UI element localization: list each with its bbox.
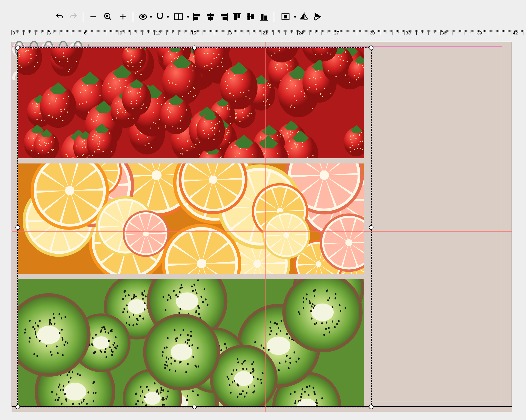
svg-point-762 [234,75,235,76]
svg-point-1272 [345,75,346,76]
svg-point-1540 [136,103,137,104]
svg-point-2055 [197,394,199,396]
svg-point-1856 [295,400,296,402]
align-left-button[interactable] [191,11,203,22]
svg-point-1536 [137,93,138,94]
svg-point-1244 [93,121,94,122]
svg-point-2190 [180,308,181,310]
ruler-horizontal[interactable]: 03691215182124273033363942 [0,30,526,38]
svg-point-1610 [206,65,207,66]
chevron-down-icon[interactable]: ▾ [150,14,152,20]
svg-point-775 [191,146,192,147]
center-page-button[interactable] [278,11,293,22]
svg-point-1041 [130,60,131,61]
svg-point-1999 [111,349,112,351]
svg-point-2376 [230,391,231,394]
svg-point-1198 [315,71,316,72]
svg-point-1518 [169,82,170,83]
canvas[interactable] [12,42,512,412]
svg-point-1534 [127,87,128,88]
redo-button[interactable] [67,11,79,22]
svg-point-1265 [345,51,346,52]
svg-point-1467 [350,135,351,136]
align-top-button[interactable] [231,11,243,22]
align-bottom-button[interactable] [258,11,270,22]
svg-point-2322 [135,403,137,405]
svg-point-1143 [137,134,138,135]
svg-point-2200 [191,285,193,287]
pages-button[interactable] [171,11,186,22]
align-right-button[interactable] [218,11,229,22]
svg-point-2368 [260,379,262,381]
svg-point-1453 [351,142,352,143]
svg-point-1809 [123,291,125,293]
svg-point-2443 [61,317,62,319]
svg-point-2408 [166,346,168,349]
svg-point-1288 [56,118,57,119]
flip-v-button[interactable] [312,11,323,22]
svg-point-2372 [248,386,249,388]
svg-point-2450 [29,320,31,322]
guide-horizontal[interactable] [12,231,512,232]
svg-point-1054 [296,100,297,101]
svg-point-1308 [88,154,90,156]
chevron-down-icon[interactable]: ▾ [294,14,296,20]
svg-point-1512 [168,80,169,81]
svg-point-2467 [50,351,51,353]
svg-point-1544 [131,103,132,104]
svg-point-1562 [186,109,187,111]
svg-point-1516 [189,80,190,81]
svg-point-1414 [92,139,93,140]
view-button[interactable] [137,11,149,22]
svg-point-967 [19,56,20,57]
svg-point-2441 [39,320,41,322]
svg-point-1968 [105,356,107,358]
chevron-down-icon[interactable]: ▾ [187,14,189,20]
svg-point-1661 [319,170,329,180]
svg-point-1773 [58,386,59,388]
photo-citrus[interactable] [18,163,364,274]
svg-point-1300 [76,145,77,147]
svg-point-1553 [179,106,180,107]
svg-point-1963 [110,330,111,332]
svg-point-2405 [185,341,186,343]
zoom-out-button[interactable] [87,11,99,22]
svg-point-2249 [314,305,316,307]
svg-point-1335 [118,101,119,102]
svg-point-2182 [179,312,180,314]
svg-point-1971 [105,348,106,350]
svg-point-2367 [246,368,247,370]
svg-point-1790 [128,299,146,314]
chevron-down-icon[interactable]: ▾ [167,14,169,20]
svg-point-1219 [161,104,162,105]
svg-point-2205 [205,298,207,300]
svg-point-2402 [198,366,199,368]
svg-point-1402 [55,57,56,58]
flip-h-button[interactable] [298,11,310,22]
svg-point-2198 [204,288,205,290]
svg-point-2231 [329,297,330,299]
svg-point-1282 [49,103,50,104]
align-center-v-button[interactable] [245,11,256,22]
svg-point-2314 [146,386,148,388]
photo-strawberries[interactable] [18,48,364,158]
snap-button[interactable] [154,11,166,22]
svg-point-1607 [221,61,222,62]
svg-point-1398 [67,58,68,59]
svg-point-1166 [260,138,261,139]
svg-point-1989 [92,337,93,339]
zoom-in-button[interactable] [117,11,129,22]
svg-point-1415 [97,143,98,144]
align-center-h-button[interactable] [205,11,216,22]
svg-point-935 [227,105,228,106]
svg-point-2158 [274,322,275,324]
undo-button[interactable] [54,11,65,22]
photo-kiwi[interactable] [18,279,364,406]
zoom-reset-button[interactable] [101,11,115,22]
guide-vertical[interactable] [265,42,266,412]
svg-point-1978 [103,326,105,328]
svg-point-1765 [63,389,64,391]
svg-point-2068 [192,390,194,392]
svg-point-2453 [37,325,39,327]
svg-text:6: 6 [84,31,86,35]
